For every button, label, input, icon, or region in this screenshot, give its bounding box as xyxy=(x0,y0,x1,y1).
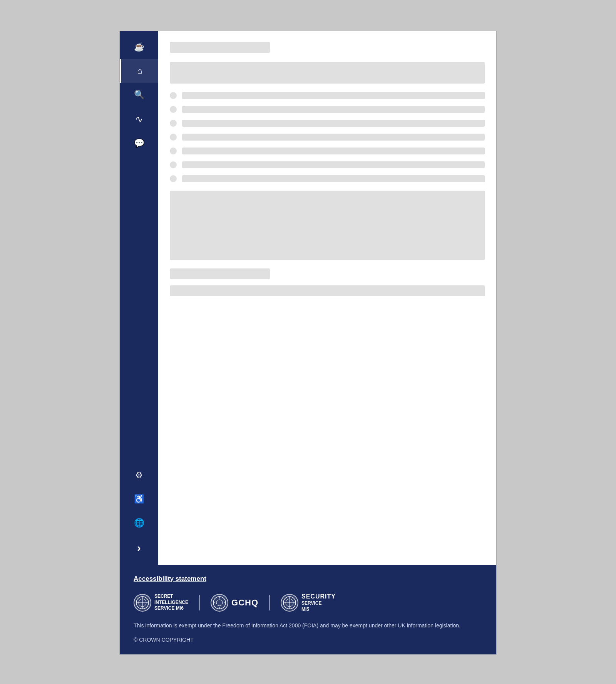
skeleton-bullet xyxy=(170,175,177,182)
accessibility-icon xyxy=(134,494,144,504)
skeleton-list-item xyxy=(170,148,485,154)
skeleton-list-item xyxy=(170,92,485,99)
accessibility-statement-link[interactable]: Accessibility statement xyxy=(134,575,206,583)
skeleton-line xyxy=(182,148,485,154)
sidebar-item-coffee[interactable] xyxy=(120,35,158,59)
sidebar-item-search[interactable] xyxy=(120,83,158,107)
skeleton-title xyxy=(170,42,270,53)
sidebar-item-expand[interactable] xyxy=(120,535,158,561)
chevron-icon xyxy=(137,542,141,554)
sidebar xyxy=(120,31,158,565)
mi6-emblem xyxy=(134,594,151,612)
skeleton-bullet xyxy=(170,120,177,127)
skeleton-list-item xyxy=(170,120,485,127)
mi5-logo: SECURITY SERVICE MI5 xyxy=(281,593,336,613)
skeleton-bullet xyxy=(170,92,177,99)
svg-point-5 xyxy=(216,600,223,606)
skeleton-box xyxy=(170,191,485,260)
skeleton-bullet xyxy=(170,148,177,154)
skeleton-line xyxy=(182,134,485,141)
skeleton-line xyxy=(182,92,485,99)
footer-disclaimer: This information is exempt under the Fre… xyxy=(134,621,465,630)
skeleton-list-item xyxy=(170,106,485,113)
skeleton-line xyxy=(182,120,485,127)
skeleton-line xyxy=(182,106,485,113)
gchq-logo: GCHQ xyxy=(211,594,258,612)
mi5-text: SECURITY SERVICE MI5 xyxy=(301,593,336,613)
page-footer: Accessibility statement SECRET INTELLIGE… xyxy=(120,565,496,654)
skeleton-list-item xyxy=(170,161,485,168)
skeleton-bullet xyxy=(170,161,177,168)
sidebar-item-comments[interactable] xyxy=(120,131,158,155)
main-content-area xyxy=(158,31,496,565)
footer-logos: SECRET INTELLIGENCE SERVICE MI6 GCHQ xyxy=(134,593,482,613)
search-icon xyxy=(134,90,144,100)
sidebar-item-accessibility[interactable] xyxy=(120,487,158,511)
sidebar-item-chart[interactable] xyxy=(120,107,158,131)
home-icon xyxy=(137,66,142,76)
sidebar-item-globe[interactable] xyxy=(120,511,158,535)
skeleton-line xyxy=(182,175,485,182)
mi5-emblem xyxy=(281,594,298,612)
mi6-logo: SECRET INTELLIGENCE SERVICE MI6 xyxy=(134,593,188,612)
main-window: Accessibility statement SECRET INTELLIGE… xyxy=(119,31,497,655)
skeleton-list-item xyxy=(170,175,485,182)
gear-icon xyxy=(135,470,143,480)
window-inner xyxy=(120,31,496,565)
gchq-emblem xyxy=(211,594,228,612)
skeleton-bullet xyxy=(170,134,177,141)
coffee-icon xyxy=(134,42,144,52)
sidebar-item-settings[interactable] xyxy=(120,463,158,487)
comments-icon xyxy=(134,138,144,148)
globe-icon xyxy=(134,518,144,528)
mi6-text: SECRET INTELLIGENCE SERVICE MI6 xyxy=(154,593,188,612)
chart-icon xyxy=(135,114,143,124)
skeleton-line xyxy=(182,161,485,168)
footer-copyright: © CROWN COPYRIGHT xyxy=(134,637,482,643)
skeleton-bullet xyxy=(170,106,177,113)
skeleton-bottom-line xyxy=(170,285,485,296)
logo-divider-1 xyxy=(199,595,200,610)
logo-divider-2 xyxy=(269,595,270,610)
sidebar-item-home[interactable] xyxy=(120,59,158,83)
skeleton-list xyxy=(170,92,485,182)
gchq-text: GCHQ xyxy=(231,598,258,608)
skeleton-list-item xyxy=(170,134,485,141)
skeleton-subtitle xyxy=(170,268,270,279)
skeleton-banner xyxy=(170,62,485,84)
